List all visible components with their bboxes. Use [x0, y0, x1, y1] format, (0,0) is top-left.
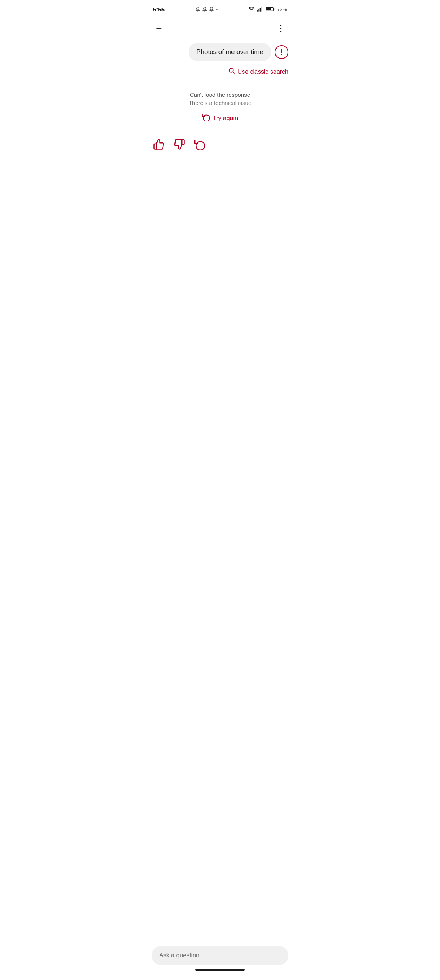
battery-icon [266, 7, 275, 12]
warning-icon: ! [275, 45, 288, 59]
try-again-row[interactable]: Try again [202, 113, 238, 123]
retry-icon [202, 113, 210, 123]
search-icon [228, 67, 235, 76]
svg-rect-5 [260, 8, 261, 11]
more-dots-icon: ⋮ [277, 23, 285, 33]
error-section: Can't load the response There's a techni… [145, 84, 295, 131]
svg-point-2 [210, 7, 213, 10]
status-app-icons: ● [195, 6, 218, 12]
snapchat-icon-2 [202, 6, 208, 12]
classic-search-row[interactable]: Use classic search [145, 67, 295, 84]
thumbs-up-button[interactable] [153, 139, 165, 153]
status-time: 5:55 [153, 6, 165, 13]
error-subtitle: There's a technical issue [189, 100, 252, 106]
more-options-button[interactable]: ⋮ [273, 21, 288, 36]
query-section: Photos of me over time ! [145, 40, 295, 67]
classic-search-link[interactable]: Use classic search [238, 69, 288, 75]
query-bubble: Photos of me over time [189, 43, 271, 61]
snapchat-icon-3 [209, 6, 215, 12]
back-arrow-icon: ← [155, 23, 163, 33]
battery-percent: 72% [277, 7, 287, 12]
try-again-button[interactable]: Try again [213, 115, 238, 122]
back-button[interactable]: ← [152, 21, 167, 36]
warning-exclamation: ! [280, 48, 283, 56]
status-bar: 5:55 ● 72% [145, 0, 295, 17]
svg-rect-9 [274, 8, 274, 10]
signal-icon [257, 7, 263, 12]
query-text: Photos of me over time [196, 48, 263, 56]
regenerate-button[interactable] [194, 139, 206, 153]
snapchat-icon-1 [195, 6, 201, 12]
wifi-icon [248, 7, 255, 12]
svg-point-1 [203, 7, 206, 10]
svg-rect-8 [266, 8, 271, 10]
status-right-icons: 72% [248, 7, 287, 12]
notification-dot: ● [216, 8, 218, 11]
error-title: Can't load the response [190, 91, 250, 98]
svg-rect-6 [261, 7, 262, 12]
svg-point-0 [196, 7, 199, 10]
svg-rect-4 [258, 9, 259, 12]
svg-line-11 [233, 72, 234, 74]
feedback-row [145, 131, 295, 160]
top-nav: ← ⋮ [145, 17, 295, 40]
thumbs-down-button[interactable] [174, 139, 185, 153]
svg-rect-3 [257, 10, 258, 12]
